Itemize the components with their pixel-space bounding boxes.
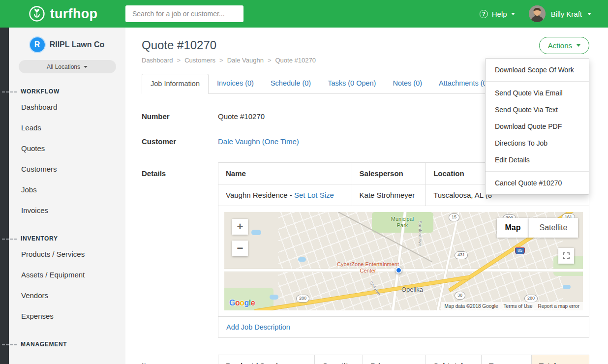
breadcrumb-separator: > xyxy=(268,57,272,64)
details-label: Details xyxy=(142,162,218,338)
map-shield-38: 38 xyxy=(455,292,465,300)
map-zoom-out-button[interactable]: − xyxy=(232,241,248,256)
topbar-right: ? Help Billy Kraft xyxy=(480,5,608,22)
map-shield-280: 280 xyxy=(296,295,309,303)
top-bar: turfhop ? Help Billy Kraft xyxy=(0,0,608,28)
add-job-description-link[interactable]: Add Job Description xyxy=(226,323,290,331)
map-zoom-in-button[interactable]: + xyxy=(232,219,248,235)
chevron-down-icon xyxy=(511,13,515,15)
user-menu[interactable]: Billy Kraft xyxy=(529,5,591,22)
map-label-poi: CyberZone Entertainment Center xyxy=(334,261,402,274)
breadcrumb-separator: > xyxy=(219,57,223,64)
items-header-subtotal: Subtotal xyxy=(426,355,482,364)
map-water xyxy=(298,257,306,262)
app-root: turfhop ? Help Billy Kraft R RIIPL Law xyxy=(0,0,608,364)
section-workflow: WORKFLOW xyxy=(9,87,125,96)
map-shield-i85: 85 xyxy=(515,247,525,255)
section-inventory: INVENTORY xyxy=(9,234,125,243)
customer-label: Customer xyxy=(142,137,218,146)
tab-invoices[interactable]: Invoices (0) xyxy=(209,74,262,94)
sidebar-item-jobs[interactable]: Jobs xyxy=(9,179,125,200)
chevron-down-icon xyxy=(587,13,591,15)
help-icon: ? xyxy=(480,10,488,18)
actions-dropdown-menu: Download Scope Of Work Send Quote Via Em… xyxy=(485,58,589,195)
items-header-product: Product / Service xyxy=(218,355,315,364)
map-attribution: Map data ©2018 Google Terms of Use Repor… xyxy=(441,302,583,310)
set-lot-size-link[interactable]: Set Lot Size xyxy=(294,191,334,199)
sidebar-item-vendors[interactable]: Vendors xyxy=(9,285,125,305)
sidebar-rail xyxy=(0,28,9,364)
tab-notes[interactable]: Notes (0) xyxy=(384,74,430,94)
items-card: Product / Service Quantity Price Subtota… xyxy=(218,355,589,364)
menu-item-cancel-quote[interactable]: Cancel Quote #10270 xyxy=(486,175,589,191)
terms-of-use-link[interactable]: Terms of Use xyxy=(504,303,533,309)
sidebar-item-assets-equipment[interactable]: Assets / Equipment xyxy=(9,264,125,285)
map-fullscreen-button[interactable] xyxy=(558,248,574,264)
field-items: Items Product / Service Quantity Price S… xyxy=(142,355,589,364)
map[interactable]: Municipal Park CyberZone Entertainment C… xyxy=(224,212,583,310)
breadcrumb-customers[interactable]: Customers xyxy=(184,57,215,64)
menu-item-send-quote-via-text[interactable]: Send Quote Via Text xyxy=(486,101,589,118)
items-table: Product / Service Quantity Price Subtota… xyxy=(218,355,589,364)
property-name: Vaughn Residence - xyxy=(226,191,292,199)
map-road xyxy=(224,269,583,272)
menu-item-send-quote-via-email[interactable]: Send Quote Via Email xyxy=(486,85,589,101)
details-header-name: Name xyxy=(218,163,352,184)
paren-close: ) xyxy=(297,137,299,146)
sidebar-item-dashboard[interactable]: Dashboard xyxy=(9,96,125,117)
customer-type-link[interactable]: One Time xyxy=(265,137,297,146)
user-name: Billy Kraft xyxy=(551,10,582,18)
google-logo[interactable]: Google xyxy=(229,299,255,307)
sidebar-item-invoices[interactable]: Invoices xyxy=(9,200,125,220)
page-title: Quote #10270 xyxy=(142,38,589,52)
location-selector[interactable]: All Locations xyxy=(19,60,116,73)
actions-button[interactable]: Actions xyxy=(539,37,589,54)
map-type-map-button[interactable]: Map xyxy=(497,218,529,238)
section-management: MANAGEMENT xyxy=(9,339,125,349)
company-switcher[interactable]: R RIIPL Lawn Co xyxy=(9,37,125,52)
menu-item-directions-to-job[interactable]: Directions To Job xyxy=(486,135,589,152)
brand-logo[interactable]: turfhop xyxy=(0,5,125,23)
add-job-description-row: Add Job Description xyxy=(218,316,589,337)
search-input[interactable] xyxy=(125,5,243,22)
menu-divider xyxy=(486,81,589,82)
items-header-total: Total xyxy=(531,355,589,364)
breadcrumb-current: Quote #10270 xyxy=(275,57,315,64)
sidebar-item-customers[interactable]: Customers xyxy=(9,158,125,179)
report-map-error-link[interactable]: Report a map error xyxy=(538,303,579,309)
chevron-down-icon xyxy=(84,66,88,68)
help-menu[interactable]: ? Help xyxy=(480,10,515,18)
company-badge: R xyxy=(30,37,45,52)
map-shield-280b: 280 xyxy=(524,295,538,303)
sidebar-item-leads[interactable]: Leads xyxy=(9,117,125,138)
number-label: Number xyxy=(142,112,218,121)
map-shield-15: 15 xyxy=(449,213,459,221)
tab-schedule[interactable]: Schedule (0) xyxy=(262,74,319,94)
items-header-price: Price xyxy=(363,355,426,364)
tab-job-information[interactable]: Job Information xyxy=(142,74,209,94)
breadcrumb-dashboard[interactable]: Dashboard xyxy=(142,57,173,64)
breadcrumb-customer-name[interactable]: Dale Vaughn xyxy=(227,57,264,64)
fullscreen-icon xyxy=(563,252,570,259)
map-water xyxy=(270,295,278,300)
map-data-credit: Map data ©2018 Google xyxy=(444,303,498,309)
map-label-park: Municipal Park xyxy=(387,216,418,229)
map-label-city: Opelika xyxy=(401,286,423,294)
map-water xyxy=(251,230,261,235)
customer-value: Dale Vaughn (One Time) xyxy=(218,137,299,146)
location-label: All Locations xyxy=(47,63,80,70)
items-header-quantity: Quantity xyxy=(315,355,363,364)
sidebar-item-quotes[interactable]: Quotes xyxy=(9,138,125,158)
map-type-satellite-button[interactable]: Satellite xyxy=(529,218,578,238)
menu-item-download-quote-pdf[interactable]: Download Quote PDF xyxy=(486,118,589,135)
menu-item-edit-details[interactable]: Edit Details xyxy=(486,152,589,168)
menu-item-download-scope-of-work[interactable]: Download Scope Of Work xyxy=(486,61,589,78)
map-location-marker[interactable] xyxy=(395,267,402,273)
customer-name-link[interactable]: Dale Vaughn xyxy=(218,137,260,146)
items-label: Items xyxy=(142,355,218,364)
sidebar-item-products-services[interactable]: Products / Services xyxy=(9,243,125,264)
tab-tasks[interactable]: Tasks (0 Open) xyxy=(319,74,384,94)
sidebar: R RIIPL Lawn Co All Locations WORKFLOW D… xyxy=(0,28,125,364)
main-content: Quote #10270 Dashboard > Customers > Dal… xyxy=(125,28,608,364)
sidebar-item-expenses[interactable]: Expenses xyxy=(9,305,125,326)
